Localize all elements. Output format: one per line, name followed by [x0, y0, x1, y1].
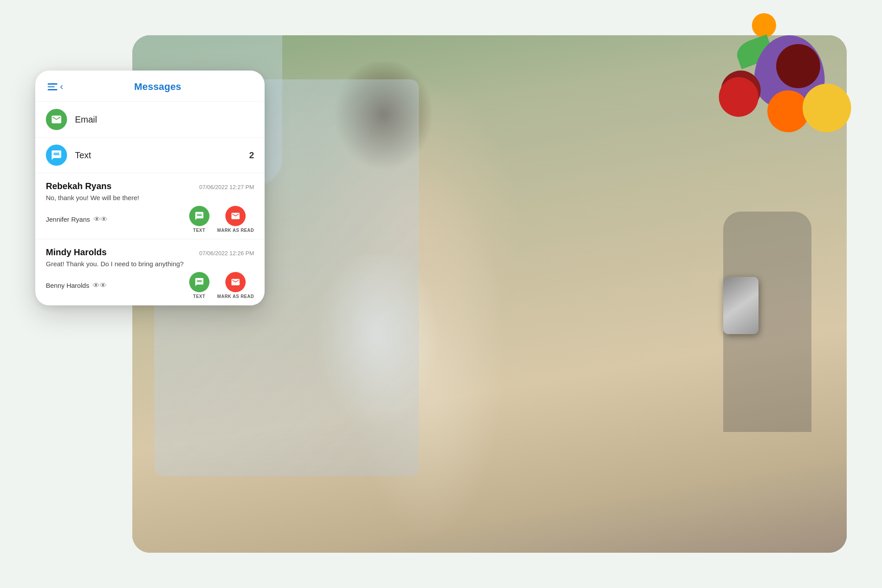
hamburger-icon — [48, 83, 57, 90]
hamburger-line-1 — [48, 83, 57, 85]
eyes-icon-2: 👁👁 — [93, 282, 107, 290]
message-1-footer: Jennifer Ryans 👁👁 TEXT — [46, 206, 254, 233]
held-phone — [723, 277, 759, 334]
mark-read-button-1[interactable]: MARK AS READ — [217, 206, 254, 233]
app-title: Messages — [63, 81, 252, 93]
message-item-1: Rebekah Ryans 07/06/2022 12:27 PM No, th… — [35, 173, 265, 239]
message-1-sender: Jennifer Ryans 👁👁 — [46, 216, 108, 223]
text-category-row[interactable]: Text 2 — [35, 138, 265, 173]
text-button-1[interactable]: TEXT — [189, 206, 209, 233]
message-1-header: Rebekah Ryans 07/06/2022 12:27 PM — [46, 181, 254, 191]
message-2-time: 07/06/2022 12:26 PM — [199, 250, 254, 257]
text-message-icon — [51, 149, 62, 161]
app-panel: ‹ Messages Email Text 2 Rebekah Ryans 07… — [35, 71, 265, 305]
message-2-name: Mindy Harolds — [46, 247, 107, 257]
text-button-2-label: TEXT — [193, 294, 206, 299]
message-1-name: Rebekah Ryans — [46, 181, 112, 191]
message-1-preview: No, thank you! We will be there! — [46, 194, 254, 201]
message-1-time: 07/06/2022 12:27 PM — [199, 184, 254, 190]
message-2-preview: Great! Thank you. Do I need to bring any… — [46, 260, 254, 268]
envelope-icon — [51, 114, 62, 125]
chat-bubble-icon-1 — [194, 211, 204, 221]
text-button-2[interactable]: TEXT — [189, 272, 209, 299]
message-1-sender-name: Jennifer Ryans — [46, 216, 90, 223]
email-category-row[interactable]: Email — [35, 102, 265, 138]
email-category-icon — [46, 109, 67, 130]
text-category-badge: 2 — [249, 150, 254, 160]
logo-blob-yellow — [803, 84, 851, 132]
message-2-sender-name: Benny Harolds — [46, 282, 89, 289]
logo-blob-orange-top — [752, 13, 776, 37]
mark-read-button-2[interactable]: MARK AS READ — [217, 272, 254, 299]
mark-read-icon-2 — [225, 272, 246, 292]
message-2-actions: TEXT MARK AS READ — [189, 272, 254, 299]
logo-area — [714, 9, 847, 132]
message-1-actions: TEXT MARK AS READ — [189, 206, 254, 233]
message-item-2: Mindy Harolds 07/06/2022 12:26 PM Great!… — [35, 239, 265, 305]
mark-read-button-1-label: MARK AS READ — [217, 228, 254, 233]
back-arrow-icon: ‹ — [60, 82, 63, 92]
text-category-icon — [46, 145, 67, 166]
hamburger-back-button[interactable]: ‹ — [48, 82, 63, 92]
logo-blob-red — [719, 77, 759, 117]
message-2-footer: Benny Harolds 👁👁 TEXT — [46, 272, 254, 299]
app-header: ‹ Messages — [35, 71, 265, 102]
logo-blob-maroon — [776, 44, 820, 88]
mark-read-button-2-label: MARK AS READ — [217, 294, 254, 299]
eyes-icon-1: 👁👁 — [93, 216, 108, 223]
message-2-sender: Benny Harolds 👁👁 — [46, 282, 107, 290]
text-action-icon-1 — [189, 206, 209, 226]
message-2-header: Mindy Harolds 07/06/2022 12:26 PM — [46, 247, 254, 257]
mark-read-envelope-icon-1 — [231, 211, 240, 221]
chat-bubble-icon-2 — [194, 277, 204, 287]
mark-read-envelope-icon-2 — [231, 277, 240, 287]
text-action-icon-2 — [189, 272, 209, 292]
text-button-1-label: TEXT — [193, 228, 206, 233]
email-category-label: Email — [75, 115, 254, 125]
mark-read-icon-1 — [225, 206, 246, 226]
hamburger-line-2 — [48, 86, 55, 88]
text-category-label: Text — [75, 150, 249, 160]
hamburger-line-3 — [48, 89, 57, 90]
